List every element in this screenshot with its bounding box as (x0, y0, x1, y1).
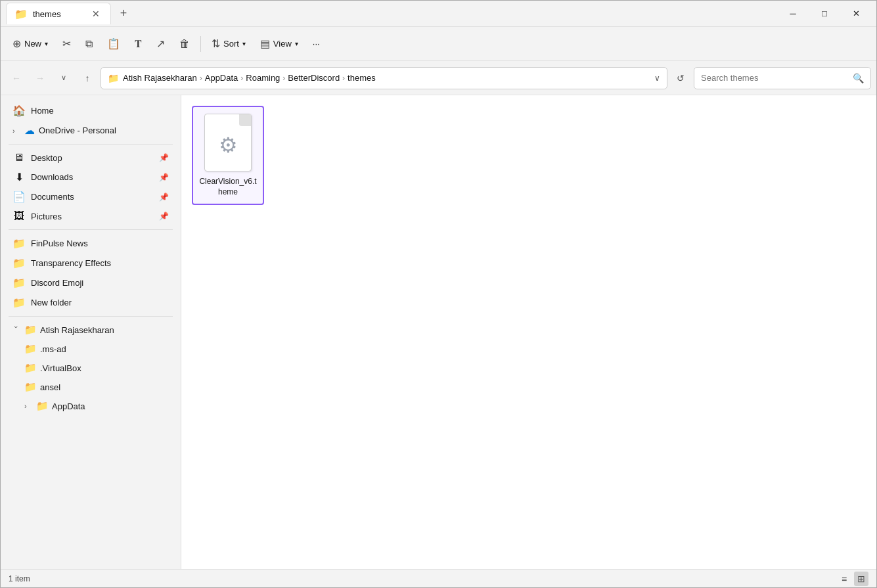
file-gear-icon: ⚙ (219, 133, 238, 158)
sidebar-label-downloads: Downloads (31, 172, 73, 182)
transparency-folder-icon: 📁 (12, 257, 26, 269)
sidebar-item-transparency[interactable]: 📁 Transparency Effects (5, 254, 177, 273)
title-bar: 📁 themes ✕ + ─ □ ✕ (1, 1, 876, 27)
sidebar-label-user: Atish Rajasekharan (40, 325, 114, 335)
list-view-button[interactable]: ≡ (837, 572, 851, 586)
sort-button[interactable]: ⇅ Sort ▾ (205, 34, 252, 54)
tab-folder-icon: 📁 (14, 8, 28, 20)
new-tab-button[interactable]: + (114, 4, 133, 24)
sidebar-item-finpulse[interactable]: 📁 FinPulse News (5, 234, 177, 253)
desktop-icon: 🖥 (12, 152, 26, 164)
dropdown-button[interactable]: ∨ (53, 68, 74, 89)
sidebar-separator-1 (9, 144, 173, 145)
search-input[interactable] (701, 73, 849, 83)
sidebar-label-appdata: AppData (52, 401, 85, 411)
breadcrumb-sep-2: › (240, 74, 243, 83)
close-button[interactable]: ✕ (841, 3, 871, 24)
share-icon: ↗ (156, 37, 165, 50)
ms-ad-folder-icon: 📁 (24, 343, 36, 355)
sort-label: Sort (223, 39, 239, 49)
tab-title: themes (33, 9, 84, 19)
new-dropdown-icon: ▾ (45, 40, 48, 47)
virtualbox-folder-icon: 📁 (24, 362, 36, 374)
breadcrumb-betterdiscord: BetterDiscord (288, 73, 340, 83)
home-icon: 🏠 (12, 104, 26, 117)
delete-button[interactable]: 🗑 (173, 34, 196, 54)
paste-icon: 📋 (107, 37, 120, 50)
address-dropdown-icon[interactable]: ∨ (654, 74, 660, 83)
tab-close-button[interactable]: ✕ (89, 7, 102, 20)
share-button[interactable]: ↗ (150, 34, 171, 54)
search-box[interactable]: 🔍 (694, 67, 871, 89)
sidebar-label-discord-emoji: Discord Emoji (31, 278, 83, 288)
breadcrumb-appdata: AppData (205, 73, 238, 83)
sidebar-separator-3 (9, 316, 173, 317)
toolbar: ⊕ New ▾ ✂ ⧉ 📋 𝐓 ↗ 🗑 ⇅ Sort ▾ ▤ (1, 27, 876, 61)
discord-folder-icon: 📁 (12, 277, 26, 289)
sidebar-tree-ansel[interactable]: 📁 ansel (5, 378, 177, 396)
pictures-icon: 🖼 (12, 210, 26, 222)
forward-button[interactable]: → (30, 68, 51, 89)
breadcrumb-bar[interactable]: 📁 Atish Rajasekharan › AppData › Roaming… (101, 67, 667, 89)
breadcrumb-user: Atish Rajasekharan (123, 73, 197, 83)
sidebar-item-home[interactable]: 🏠 Home (5, 101, 177, 120)
rename-icon: 𝐓 (135, 38, 142, 50)
user-tree-arrow-icon: › (12, 326, 20, 334)
sort-icon: ⇅ (212, 37, 220, 50)
more-button[interactable]: ··· (306, 35, 326, 53)
sidebar-tree-virtualbox[interactable]: 📁 .VirtualBox (5, 359, 177, 377)
window-controls: ─ □ ✕ (778, 3, 871, 24)
sidebar-item-documents[interactable]: 📄 Documents 📌 (5, 187, 177, 206)
sidebar-item-desktop[interactable]: 🖥 Desktop 📌 (5, 148, 177, 167)
up-button[interactable]: ↑ (77, 68, 98, 89)
file-item-clearvision[interactable]: ⚙ ClearVision_v6.theme (192, 106, 264, 205)
address-bar: ← → ∨ ↑ 📁 Atish Rajasekharan › AppData ›… (1, 61, 876, 95)
breadcrumb-roaming: Roaming (246, 73, 280, 83)
cut-button[interactable]: ✂ (56, 34, 78, 54)
user-folder-icon: 📁 (24, 324, 36, 336)
rename-button[interactable]: 𝐓 (128, 34, 148, 54)
sidebar-item-downloads[interactable]: ⬇ Downloads 📌 (5, 168, 177, 187)
new-button[interactable]: ⊕ New ▾ (6, 34, 55, 54)
breadcrumb-themes: themes (348, 73, 376, 83)
sidebar-item-onedrive[interactable]: › ☁ OneDrive - Personal (5, 121, 177, 140)
sidebar-label-documents: Documents (31, 192, 74, 202)
sidebar-item-pictures[interactable]: 🖼 Pictures 📌 (5, 207, 177, 225)
grid-view-button[interactable]: ⊞ (854, 572, 868, 586)
maximize-button[interactable]: □ (809, 3, 840, 24)
sidebar-tree-appdata[interactable]: › 📁 AppData (5, 397, 177, 415)
refresh-button[interactable]: ↺ (670, 68, 691, 89)
sidebar: 🏠 Home › ☁ OneDrive - Personal 🖥 Desktop… (1, 95, 181, 569)
appdata-arrow-icon: › (24, 402, 32, 410)
breadcrumb-sep-4: › (342, 74, 345, 83)
appdata-folder-icon: 📁 (36, 400, 48, 412)
new-folder-icon: 📁 (12, 296, 26, 309)
downloads-icon: ⬇ (12, 171, 26, 183)
view-dropdown-icon: ▾ (295, 40, 298, 47)
copy-button[interactable]: ⧉ (79, 34, 99, 54)
status-count: 1 item (9, 574, 30, 583)
desktop-pin-icon: 📌 (159, 153, 169, 162)
file-name-clearvision: ClearVision_v6.theme (198, 177, 258, 197)
search-icon: 🔍 (853, 73, 864, 83)
new-icon: ⊕ (12, 37, 21, 50)
sidebar-tree-user[interactable]: › 📁 Atish Rajasekharan (5, 321, 177, 339)
sidebar-tree-ms-ad[interactable]: 📁 .ms-ad (5, 340, 177, 358)
status-bar: 1 item ≡ ⊞ (1, 569, 876, 587)
view-button[interactable]: ▤ View ▾ (254, 34, 305, 54)
breadcrumb-sep-1: › (200, 74, 202, 83)
downloads-pin-icon: 📌 (159, 173, 169, 182)
sidebar-item-discord-emoji[interactable]: 📁 Discord Emoji (5, 273, 177, 292)
paste-button[interactable]: 📋 (101, 34, 127, 54)
sidebar-label-ms-ad: .ms-ad (40, 344, 66, 354)
sidebar-label-transparency: Transparency Effects (31, 258, 111, 268)
new-label: New (24, 39, 41, 49)
sort-dropdown-icon: ▾ (242, 40, 246, 47)
tab-themes[interactable]: 📁 themes ✕ (6, 3, 111, 24)
back-button[interactable]: ← (6, 68, 27, 89)
file-thumbnail: ⚙ (204, 114, 252, 171)
sidebar-item-new-folder[interactable]: 📁 New folder (5, 293, 177, 312)
minimize-button[interactable]: ─ (778, 3, 808, 24)
copy-icon: ⧉ (85, 38, 93, 50)
more-icon: ··· (313, 39, 320, 49)
